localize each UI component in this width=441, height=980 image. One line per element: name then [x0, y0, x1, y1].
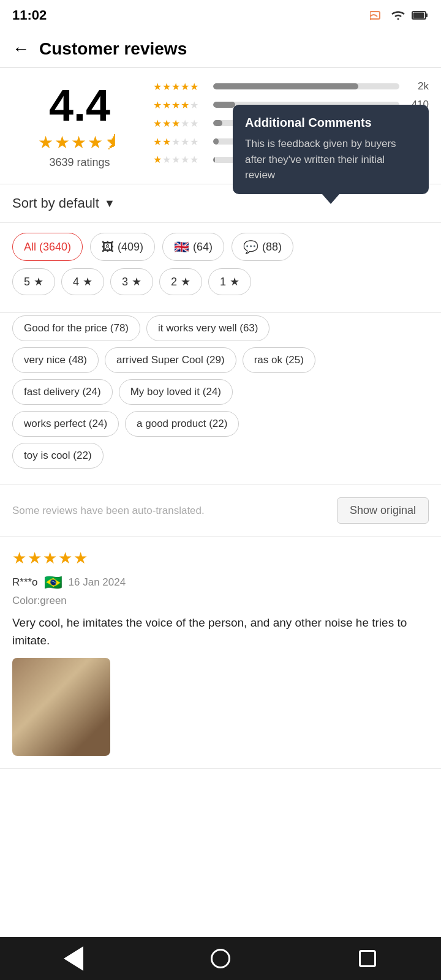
tag-good-for-price[interactable]: Good for the price (78): [12, 315, 140, 341]
star-icon-1: ★: [230, 275, 239, 288]
review-stars: ★ ★ ★ ★ ★: [12, 549, 429, 568]
tag-works-perfect[interactable]: works perfect (24): [12, 411, 119, 437]
filter-all[interactable]: All (3640): [12, 233, 83, 261]
home-icon: [211, 949, 230, 968]
filter-images[interactable]: 🖼 (409): [90, 233, 155, 261]
nav-back-button[interactable]: [58, 943, 89, 974]
bottom-nav: [0, 937, 441, 980]
filter-images-label: (409): [118, 241, 143, 254]
page-title: Customer reviews: [39, 39, 187, 59]
review-meta: R***o 🇧🇷 16 Jan 2024: [12, 574, 429, 591]
star-chip-3[interactable]: 3 ★: [110, 268, 153, 295]
comment-icon: 💬: [243, 239, 258, 254]
header: ← Customer reviews: [0, 31, 441, 68]
filter-all-label: All (3640): [24, 241, 71, 254]
tag-arrived-super-cool[interactable]: arrived Super Cool (29): [105, 347, 236, 373]
star-chip-3-label: 3: [122, 276, 128, 288]
rating-score-section: 4.4 ★ ★ ★ ★ ⯨ 3639 ratings: [12, 83, 147, 169]
tag-row-5: toy is cool (22): [12, 443, 429, 469]
review-card: ★ ★ ★ ★ ★ R***o 🇧🇷 16 Jan 2024 Color:gre…: [0, 537, 441, 769]
sort-dropdown-icon: ▼: [104, 197, 115, 210]
star-icon-5: ★: [34, 275, 43, 288]
svg-point-1: [370, 18, 371, 20]
star-chip-2-label: 2: [171, 276, 177, 288]
nav-home-button[interactable]: [205, 943, 236, 974]
rating-stars: ★ ★ ★ ★ ⯨: [12, 132, 147, 153]
star-chip-4[interactable]: 4 ★: [61, 268, 104, 295]
star-chip-4-label: 4: [73, 276, 79, 288]
tooltip-text: This is feedback given by buyers after t…: [245, 136, 417, 183]
show-original-button[interactable]: Show original: [337, 497, 429, 524]
filter-chips-row: All (3640) 🖼 (409) 🇬🇧 (64) 💬 (88): [12, 233, 429, 261]
tag-row-4: works perfect (24) a good product (22): [12, 411, 429, 437]
filter-comments-label: (88): [262, 241, 282, 254]
tag-works-very-well[interactable]: it works very well (63): [146, 315, 270, 341]
cast-icon: [370, 9, 385, 21]
star-chip-5[interactable]: 5 ★: [12, 268, 55, 295]
image-icon: 🖼: [102, 240, 114, 254]
tooltip-arrow: [322, 194, 339, 204]
review-text: Very cool, he imitates the voice of the …: [12, 614, 429, 649]
recent-icon: [359, 950, 376, 967]
tooltip-title: Additional Comments: [245, 116, 417, 130]
flag-uk-icon: 🇬🇧: [174, 239, 189, 254]
tag-row-3: fast delivery (24) My boy loved it (24): [12, 379, 429, 405]
reviewer-name: R***o: [12, 576, 38, 589]
star-chips-row: 5 ★ 4 ★ 3 ★ 2 ★ 1 ★: [12, 268, 429, 295]
rating-count: 3639 ratings: [12, 156, 147, 169]
status-bar: 11:02: [0, 0, 441, 31]
tag-toy-is-cool[interactable]: toy is cool (22): [12, 443, 104, 469]
reviewer-date: 16 Jan 2024: [69, 576, 126, 589]
rating-score: 4.4: [12, 83, 147, 127]
tag-row-1: Good for the price (78) it works very we…: [12, 315, 429, 341]
tags-section: Good for the price (78) it works very we…: [0, 313, 441, 485]
tag-very-nice[interactable]: very nice (48): [12, 347, 99, 373]
tag-ras-ok[interactable]: ras ok (25): [243, 347, 315, 373]
star-chip-1-label: 1: [220, 276, 226, 288]
back-icon: [64, 946, 83, 971]
star-chip-5-label: 5: [24, 276, 30, 288]
filter-language[interactable]: 🇬🇧 (64): [162, 233, 224, 261]
star-icon-2: ★: [181, 275, 190, 288]
review-color: Color:green: [12, 595, 429, 607]
svg-rect-4: [413, 13, 424, 18]
back-button[interactable]: ←: [12, 39, 29, 59]
wifi-icon: [390, 9, 407, 21]
filter-comments[interactable]: 💬 (88): [232, 233, 293, 261]
bar-count-5: 2k: [404, 80, 429, 92]
nav-recent-button[interactable]: [352, 943, 383, 974]
sort-label: Sort by default: [12, 195, 99, 211]
tag-my-boy-loved-it[interactable]: My boy loved it (24): [119, 379, 233, 405]
review-image[interactable]: [12, 658, 110, 756]
filter-section: All (3640) 🖼 (409) 🇬🇧 (64) 💬 (88) 5 ★ 4 …: [0, 223, 441, 313]
reviewer-flag: 🇧🇷: [44, 574, 62, 591]
svg-rect-3: [426, 13, 428, 17]
star-chip-1[interactable]: 1 ★: [208, 268, 251, 295]
bar-row-5: ★★★★★ 2k: [153, 80, 429, 92]
star-chip-2[interactable]: 2 ★: [159, 268, 202, 295]
tag-row-2: very nice (48) arrived Super Cool (29) r…: [12, 347, 429, 373]
status-time: 11:02: [12, 7, 47, 23]
translate-notice: Some reviews have been auto-translated. …: [0, 485, 441, 537]
tag-good-product[interactable]: a good product (22): [125, 411, 239, 437]
additional-comments-tooltip: Additional Comments This is feedback giv…: [233, 105, 429, 194]
translate-notice-text: Some reviews have been auto-translated.: [12, 505, 205, 517]
battery-icon: [412, 10, 429, 21]
tag-fast-delivery[interactable]: fast delivery (24): [12, 379, 113, 405]
rating-summary: 4.4 ★ ★ ★ ★ ⯨ 3639 ratings ★★★★★ 2k ★★★★…: [0, 68, 441, 184]
star-icon-3: ★: [132, 275, 141, 288]
filter-language-label: (64): [193, 241, 213, 254]
star-icon-4: ★: [83, 275, 92, 288]
status-icons: [370, 9, 429, 21]
